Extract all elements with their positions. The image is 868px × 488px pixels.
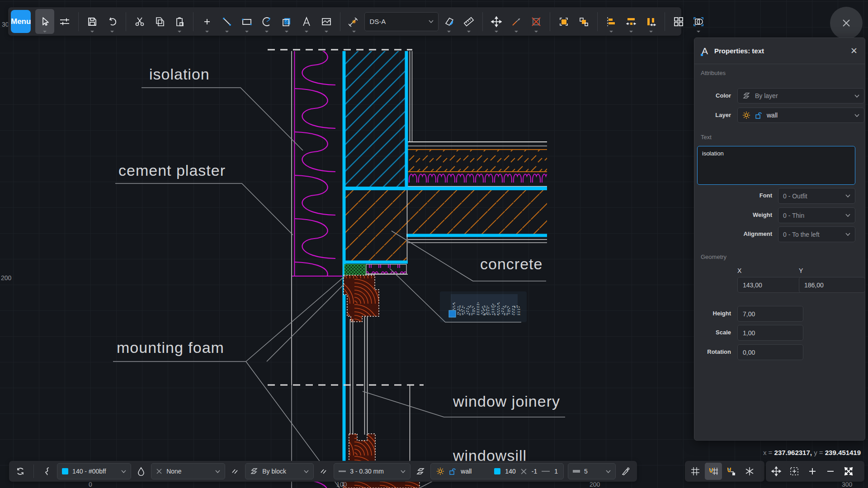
move-button[interactable] <box>487 9 506 34</box>
dimension-tool-button[interactable]: ✳ <box>344 9 363 34</box>
view-navigation-group <box>766 461 864 482</box>
label-mounting-foam[interactable]: mounting foam <box>117 339 224 356</box>
panel-close-button[interactable]: ✕ <box>850 46 858 56</box>
send-to-back-button[interactable] <box>574 9 593 34</box>
text-grip-handle[interactable] <box>449 310 456 317</box>
layer-lineweight-select[interactable]: 5 <box>568 463 616 479</box>
entity-transparency-value: None <box>166 468 181 475</box>
snap-to-entity-button[interactable] <box>723 463 740 480</box>
x-input[interactable]: 143,00 <box>737 277 803 293</box>
layer-select[interactable]: wall <box>737 108 864 123</box>
paste-button[interactable] <box>170 9 189 34</box>
layer-visibility-sun-icon[interactable] <box>742 111 750 119</box>
layer-linetype-icon[interactable] <box>542 470 550 472</box>
save-button[interactable] <box>83 9 102 34</box>
current-layer-field[interactable]: wall 140 -1 1 <box>430 463 564 479</box>
plus-icon <box>808 467 817 476</box>
entity-lineweight-select[interactable]: 3 - 0.30 mm <box>334 463 410 479</box>
hatch-tool-button[interactable] <box>277 9 296 34</box>
selection-settings-button[interactable] <box>55 9 74 34</box>
chevron-down-icon <box>845 194 850 197</box>
snap-points-button[interactable] <box>741 463 758 480</box>
layer-color-swatch[interactable] <box>494 468 500 474</box>
undo-button[interactable] <box>103 9 122 34</box>
minus-icon <box>826 467 835 476</box>
arc-tool-button[interactable] <box>257 9 276 34</box>
transparency-x-icon[interactable] <box>520 468 527 475</box>
pan-button[interactable] <box>768 463 785 480</box>
linetype-sample-button[interactable] <box>229 463 241 480</box>
close-drawing-button[interactable] <box>830 7 863 39</box>
weight-value: 0 - Thin <box>783 212 804 219</box>
distribute-vertical-button[interactable] <box>642 9 660 34</box>
image-tool-button[interactable] <box>317 9 336 34</box>
entity-transparency-select[interactable]: None <box>151 463 225 479</box>
label-concrete[interactable]: concrete <box>480 255 542 272</box>
entity-linetype-select[interactable]: By block <box>245 463 314 479</box>
zoom-out-button[interactable] <box>822 463 839 480</box>
cut-button[interactable] <box>130 9 149 34</box>
hatch-edit-button[interactable] <box>439 9 458 34</box>
entity-color-select[interactable]: 140 - #00bff <box>57 463 131 479</box>
rectangle-tool-button[interactable] <box>237 9 256 34</box>
grid-toggle-button[interactable] <box>687 463 704 480</box>
create-block-button[interactable] <box>689 9 708 34</box>
layer-unlock-icon[interactable] <box>449 468 456 475</box>
text-content-input[interactable]: isolation <box>697 146 855 185</box>
delete-button[interactable] <box>527 9 546 34</box>
dimension-style-select[interactable]: DS-A <box>364 12 439 31</box>
weight-select[interactable]: 0 - Thin <box>778 207 855 223</box>
selected-text-object[interactable]: isolation <box>440 291 527 322</box>
ruler-icon <box>463 16 475 27</box>
copy-button[interactable] <box>150 9 169 34</box>
bring-to-front-button[interactable] <box>554 9 573 34</box>
ruler-bottom-100: 100 <box>336 481 347 488</box>
label-isolation[interactable]: isolation <box>149 66 210 83</box>
layer-visibility-sun-icon[interactable] <box>436 467 444 475</box>
match-properties-button[interactable] <box>620 463 632 480</box>
label-window-joinery[interactable]: window joinery <box>453 393 560 410</box>
divider <box>665 12 665 31</box>
color-select[interactable]: By layer <box>737 88 864 103</box>
image-icon <box>321 17 332 27</box>
save-icon <box>87 17 97 27</box>
scale-input[interactable]: 1,00 <box>737 325 803 341</box>
coords-y-label: y = <box>814 449 823 456</box>
lineweight-sample-button[interactable] <box>318 463 330 480</box>
align-left-button[interactable] <box>602 9 621 34</box>
zoom-window-button[interactable] <box>786 463 803 480</box>
label-cement-plaster[interactable]: cement plaster <box>118 162 226 179</box>
rotation-input[interactable]: 0,00 <box>737 344 803 360</box>
line-tool-button[interactable] <box>217 9 236 34</box>
divider <box>126 12 126 31</box>
select-tool-button[interactable] <box>35 9 54 34</box>
layer-manager-button[interactable] <box>415 463 426 480</box>
y-input[interactable]: 186,00 <box>799 277 865 293</box>
distribute-horizontal-button[interactable] <box>622 9 641 34</box>
zoom-extents-button[interactable] <box>840 463 857 480</box>
layer-unlock-icon[interactable] <box>755 112 762 119</box>
snap-to-grid-button[interactable] <box>705 463 722 480</box>
font-select[interactable]: 0 - Outfit <box>778 188 855 204</box>
height-label: Height <box>694 310 731 317</box>
regen-button[interactable] <box>14 463 26 480</box>
rotate-button[interactable] <box>507 9 526 34</box>
coords-x-value: 237.962317, <box>774 449 812 456</box>
rotate-icon <box>511 16 522 27</box>
chevron-down-icon <box>845 214 850 217</box>
coords-x-label: x = <box>763 449 772 456</box>
point-tool-button[interactable] <box>198 9 217 34</box>
spline-style-button[interactable] <box>41 463 53 480</box>
close-icon <box>841 18 852 28</box>
blocks-library-button[interactable] <box>669 9 688 34</box>
measure-button[interactable] <box>459 9 478 34</box>
zoom-in-button[interactable] <box>804 463 821 480</box>
paste-icon <box>175 17 184 27</box>
snap-settings-group <box>685 461 764 482</box>
height-input[interactable]: 7,00 <box>737 306 803 322</box>
alignment-select[interactable]: 0 - To the left <box>778 226 855 242</box>
text-tool-button[interactable] <box>297 9 316 34</box>
ghost-text[interactable]: isolation <box>452 300 522 319</box>
menu-button[interactable]: Menu <box>11 10 31 33</box>
transparency-button[interactable] <box>135 463 147 480</box>
